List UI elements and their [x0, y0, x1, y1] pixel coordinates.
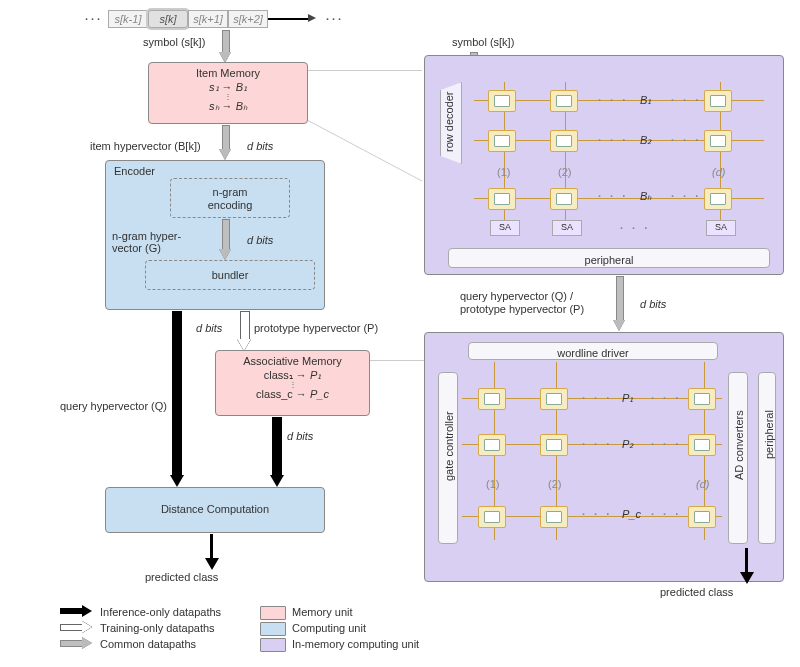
legend-mem: Memory unit: [292, 606, 353, 618]
assoc-rown-rhs: P_c: [310, 388, 329, 400]
symbol-label-right: symbol (s[k]): [452, 36, 514, 48]
adconv-text: AD converters: [733, 377, 745, 513]
ngram-box: n-gram encoding: [170, 178, 290, 218]
tape-cell: s[k+1]: [188, 10, 228, 28]
row-dots: · · ·: [671, 190, 701, 202]
memcell: [704, 188, 732, 210]
row-p1: P₁: [622, 392, 633, 405]
rown-rhs: Bₕ: [236, 100, 247, 112]
distance-text: Distance Computation: [110, 503, 320, 515]
arrow-predicted-right-head: [740, 572, 754, 584]
arrow-between-panels: [616, 276, 624, 322]
memcell: [704, 90, 732, 112]
legend-arrow-infer: [60, 608, 82, 614]
dbits-right: d bits: [640, 298, 666, 310]
legend-comp: Computing unit: [292, 622, 366, 634]
legend-train: Training-only datapaths: [100, 622, 215, 634]
col-2: (2): [558, 166, 571, 178]
arrow-q-head: [170, 475, 184, 487]
memcell: [540, 434, 568, 456]
peripheral-2-text: peripheral: [763, 377, 775, 493]
peripheral-2: peripheral: [758, 372, 776, 544]
bundler-text: bundler: [150, 269, 310, 281]
gate-controller: gate controller: [438, 372, 458, 544]
legend-swatch-mem: [260, 606, 286, 620]
row-dots: · · ·: [582, 508, 612, 520]
encoder-title: Encoder: [110, 165, 320, 177]
symbol-label-left: symbol (s[k]): [143, 36, 205, 48]
memcell: [688, 506, 716, 528]
dbits-2: d bits: [247, 234, 273, 246]
wordline-driver: wordline driver: [468, 342, 718, 360]
dbits-1: d bits: [247, 140, 273, 152]
legend-inmem: In-memory computing unit: [292, 638, 419, 650]
row-dots: · · ·: [651, 438, 681, 450]
legend-swatch-inmem: [260, 638, 286, 652]
sense-amp: SA: [552, 220, 582, 236]
memcell: [688, 388, 716, 410]
memcell: [550, 130, 578, 152]
guide-line: [308, 120, 422, 322]
pcol-2: (2): [548, 478, 561, 490]
memcell: [688, 434, 716, 456]
row-decoder-label: row decoder: [443, 92, 455, 152]
row-dots: · · ·: [671, 94, 701, 106]
memcell: [478, 388, 506, 410]
legend-arrow-infer-head: [82, 605, 92, 617]
inmem-top-panel: [424, 55, 784, 275]
predicted-label-right: predicted class: [660, 586, 733, 598]
sense-amp: SA: [490, 220, 520, 236]
arrow-q-stem: [172, 311, 182, 475]
distance-box: Distance Computation: [105, 487, 325, 533]
item-hv-label: item hypervector (B[k]): [90, 140, 201, 152]
memcell: [488, 90, 516, 112]
proto-label: prototype hypervector (P): [254, 322, 378, 334]
arrow-itemhv: [222, 125, 230, 151]
row1-rhs: B₁: [236, 81, 247, 93]
arrow-g: [222, 219, 230, 251]
row-bh: Bₕ: [640, 190, 651, 203]
arrow-predicted-right: [745, 548, 748, 574]
sense-amp: SA: [706, 220, 736, 236]
tape-arrow-head: [308, 14, 316, 22]
ellipsis-right: ···: [326, 13, 344, 25]
row-b2: B₂: [640, 134, 651, 147]
ngram-text: n-gram encoding: [175, 186, 285, 212]
memcell: [550, 90, 578, 112]
legend-infer: Inference-only datapaths: [100, 606, 221, 618]
wordline-text: wordline driver: [473, 347, 713, 359]
row-dots: · · ·: [671, 134, 701, 146]
legend-swatch-comp: [260, 622, 286, 636]
bundler-box: bundler: [145, 260, 315, 290]
row-dots: · · ·: [651, 508, 681, 520]
arrow-symbol-to-itemmem: [222, 30, 230, 54]
arrow-assoc-out: [272, 417, 282, 475]
row1-lhs: s₁: [209, 81, 219, 93]
query-proto-label: query hypervector (Q) / prototype hyperv…: [460, 290, 584, 316]
sa-dots: · · ·: [620, 222, 650, 234]
tape-cell: s[k+2]: [228, 10, 268, 28]
memcell: [478, 434, 506, 456]
row-p2: P₂: [622, 438, 633, 451]
arrow-predicted-head: [205, 558, 219, 570]
arrow-assoc-out-head: [270, 475, 284, 487]
legend-arrow-train-head: [82, 621, 92, 633]
memcell: [550, 188, 578, 210]
row-b1: B₁: [640, 94, 651, 107]
memcell: [488, 188, 516, 210]
assoc-rown-lhs: class_c: [256, 388, 293, 400]
assoc-title: Associative Memory: [220, 355, 365, 367]
col-1: (1): [497, 166, 510, 178]
legend-common: Common datapaths: [100, 638, 196, 650]
memcell: [540, 506, 568, 528]
arrow-predicted: [210, 534, 213, 560]
peripheral-1: peripheral: [448, 248, 770, 268]
row-dots: · · ·: [582, 392, 612, 404]
item-memory-box: Item Memory s₁ → B₁ ⋮ sₕ → Bₕ: [148, 62, 308, 124]
tape-arrow-stem: [268, 18, 308, 20]
row-dots: · · ·: [598, 94, 628, 106]
item-memory-title: Item Memory: [153, 67, 303, 79]
assoc-rown: class_c → P_c: [220, 388, 365, 400]
row-dots: · · ·: [582, 438, 612, 450]
row-dots: · · ·: [598, 134, 628, 146]
